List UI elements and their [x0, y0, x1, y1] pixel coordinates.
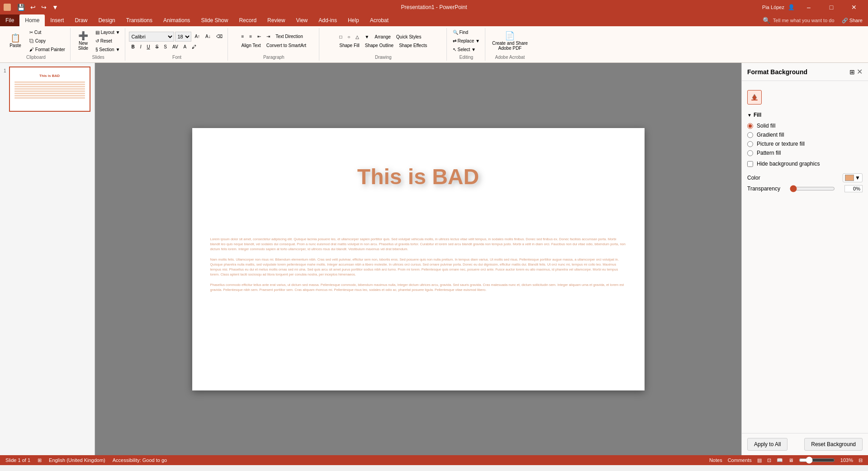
view-normal-btn[interactable]: ▤ — [757, 457, 762, 463]
search-box-label[interactable]: Tell me what you want to do — [773, 18, 835, 23]
shape-rect-btn[interactable]: □ — [337, 33, 344, 41]
tab-review[interactable]: Review — [262, 14, 290, 26]
save-btn[interactable]: 💾 — [15, 3, 27, 12]
tab-animations[interactable]: Animations — [158, 14, 195, 26]
underline-btn[interactable]: U — [144, 43, 152, 51]
tab-insert[interactable]: Insert — [45, 14, 69, 26]
undo-btn[interactable]: ↩ — [28, 3, 38, 12]
tab-draw[interactable]: Draw — [69, 14, 93, 26]
bold-btn[interactable]: B — [129, 43, 137, 51]
char-spacing-btn[interactable]: AV — [170, 43, 180, 51]
restore-btn[interactable]: □ — [821, 0, 842, 14]
pattern-fill-radio[interactable] — [747, 150, 753, 156]
fill-section-header[interactable]: ▼ Fill — [747, 112, 863, 118]
panel-close-btn[interactable]: ✕ — [857, 67, 863, 76]
notes-btn[interactable]: Notes — [709, 457, 722, 463]
share-btn[interactable]: 🔗 Share — [842, 18, 863, 24]
quick-styles-btn[interactable]: Quick Styles — [394, 33, 424, 41]
canvas-area[interactable]: This is BAD Lorem ipsum dolor sit amet, … — [95, 63, 741, 455]
paste-btn[interactable]: 📋 Paste — [5, 32, 26, 50]
font-family-select[interactable]: Calibri — [129, 32, 174, 42]
decrease-indent-btn[interactable]: ⇤ — [255, 33, 263, 40]
view-presenter-btn[interactable]: 🖥 — [788, 457, 793, 463]
arrange-btn[interactable]: Arrange — [372, 33, 393, 41]
replace-btn[interactable]: ⇄ Replace ▼ — [451, 37, 482, 45]
numbering-btn[interactable]: ≡ — [247, 33, 254, 40]
apply-to-all-btn[interactable]: Apply to All — [747, 438, 787, 451]
shape-tri-btn[interactable]: △ — [353, 33, 361, 41]
view-slide-btn[interactable]: ⊡ — [767, 457, 771, 463]
slide-thumbnail[interactable]: This is BAD — [9, 67, 90, 112]
tab-transitions[interactable]: Transitions — [121, 14, 158, 26]
tab-record[interactable]: Record — [233, 14, 262, 26]
font-size-select[interactable]: 18 — [175, 32, 191, 42]
tab-design[interactable]: Design — [93, 14, 120, 26]
comments-btn[interactable]: Comments — [728, 457, 752, 463]
section-btn[interactable]: § Section ▼ — [93, 46, 122, 53]
align-text-btn[interactable]: Align Text — [239, 42, 263, 49]
slide-canvas[interactable]: This is BAD Lorem ipsum dolor sit amet, … — [192, 128, 645, 390]
layout-btn[interactable]: ▤ Layout ▼ — [93, 29, 122, 36]
solid-fill-option[interactable]: Solid fill — [747, 123, 863, 129]
tab-slideshow[interactable]: Slide Show — [195, 14, 233, 26]
shape-oval-btn[interactable]: ○ — [345, 33, 352, 41]
close-btn[interactable]: ✕ — [844, 0, 864, 14]
user-name: Pia López — [762, 5, 784, 10]
increase-font-btn[interactable]: A↑ — [192, 33, 202, 40]
pattern-fill-option[interactable]: Pattern fill — [747, 150, 863, 156]
tab-help[interactable]: Help — [342, 14, 365, 26]
reset-background-btn[interactable]: Reset Background — [804, 438, 863, 451]
solid-fill-radio[interactable] — [747, 123, 753, 129]
tab-home[interactable]: Home — [19, 14, 45, 26]
gradient-fill-radio[interactable] — [747, 132, 753, 138]
hide-background-option[interactable]: Hide background graphics — [747, 161, 863, 167]
gradient-fill-option[interactable]: Gradient fill — [747, 132, 863, 138]
highlight-btn[interactable]: 🖍 — [190, 43, 199, 51]
format-painter-btn[interactable]: 🖌 Format Painter — [27, 46, 67, 53]
strikethrough-btn[interactable]: S — [153, 43, 161, 51]
shape-fill-btn[interactable]: Shape Fill — [337, 42, 361, 49]
select-btn[interactable]: ↖ Select ▼ — [451, 46, 482, 53]
shape-effects-btn[interactable]: Shape Effects — [397, 42, 429, 49]
zoom-slider[interactable] — [799, 457, 835, 464]
reset-btn[interactable]: ↺ Reset — [93, 37, 122, 45]
italic-btn[interactable]: I — [138, 43, 144, 51]
thumb-title: This is BAD — [10, 74, 90, 78]
notes-layout-btn[interactable]: ⊞ — [38, 457, 42, 463]
thumb-line-3 — [14, 86, 85, 87]
tab-file[interactable]: File — [0, 14, 19, 26]
color-label: Color — [747, 175, 760, 181]
tab-addins[interactable]: Add-ins — [313, 14, 342, 26]
view-reading-btn[interactable]: 📖 — [777, 457, 783, 463]
fit-slide-btn[interactable]: ⊟ — [859, 457, 863, 463]
fill-icon-btn[interactable] — [747, 90, 762, 105]
clear-format-btn[interactable]: ⌫ — [214, 33, 225, 40]
decrease-font-btn[interactable]: A↓ — [203, 33, 213, 40]
picture-fill-radio[interactable] — [747, 141, 753, 147]
cut-btn[interactable]: ✂ Cut — [27, 29, 67, 36]
redo-btn[interactable]: ↪ — [39, 3, 48, 12]
panel-expand-btn[interactable]: ⊞ — [849, 68, 855, 76]
tab-acrobat[interactable]: Acrobat — [365, 14, 394, 26]
hide-background-checkbox[interactable] — [747, 161, 753, 167]
ribbon-group-drawing: □ ○ △ ▼ Arrange Quick Styles Shape Fill … — [320, 28, 447, 61]
bullets-btn[interactable]: ≡ — [239, 33, 246, 40]
create-pdf-btn[interactable]: 📄 Create and ShareAdobe PDF — [489, 29, 531, 53]
copy-btn[interactable]: ⿻ Copy — [27, 37, 67, 45]
color-picker-btn[interactable]: ▼ — [843, 173, 863, 182]
shadow-btn[interactable]: S — [161, 43, 169, 51]
transparency-input[interactable] — [844, 185, 863, 192]
font-color-btn[interactable]: A — [181, 43, 189, 51]
shape-more-btn[interactable]: ▼ — [362, 33, 371, 41]
customize-qa-btn[interactable]: ▼ — [50, 3, 60, 12]
shape-outline-btn[interactable]: Shape Outline — [363, 42, 396, 49]
increase-indent-btn[interactable]: ⇥ — [264, 33, 272, 40]
minimize-btn[interactable]: – — [798, 0, 819, 14]
transparency-slider[interactable] — [790, 185, 835, 192]
find-btn[interactable]: 🔍 Find — [451, 29, 482, 36]
text-direction-btn[interactable]: Text Direction — [273, 33, 305, 40]
tab-view[interactable]: View — [290, 14, 313, 26]
new-slide-btn[interactable]: ➕ NewSlide — [74, 29, 92, 53]
picture-fill-option[interactable]: Picture or texture fill — [747, 141, 863, 147]
convert-smartart-btn[interactable]: Convert to SmartArt — [264, 42, 308, 49]
